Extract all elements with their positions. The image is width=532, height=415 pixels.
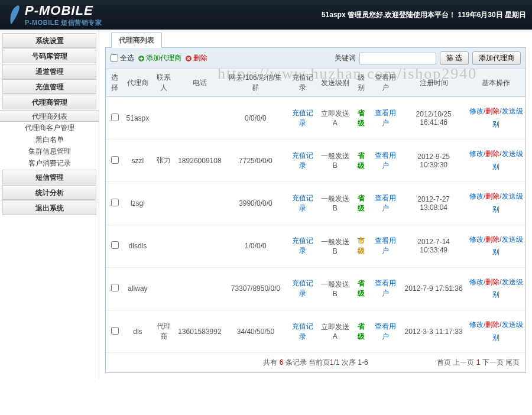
recharge-link[interactable]: 充值记录 bbox=[292, 236, 313, 255]
cell: 修改/删除/发送级别 bbox=[466, 310, 525, 352]
add-agent-label: 添加代理商 bbox=[146, 53, 181, 63]
row-checkbox[interactable] bbox=[111, 199, 119, 206]
delete-link[interactable]: 删除 bbox=[485, 192, 499, 200]
delete-link[interactable]: 删除 bbox=[485, 150, 499, 158]
delete-link[interactable]: 删除 bbox=[485, 235, 499, 244]
modify-link[interactable]: 修改 bbox=[469, 192, 484, 200]
cell: 修改/删除/发送级别 bbox=[466, 140, 525, 182]
cell: 1/0/0/0 bbox=[224, 225, 288, 267]
modify-link[interactable]: 修改 bbox=[469, 278, 484, 286]
cell: lzsgl bbox=[124, 182, 152, 225]
level-badge: 市级 bbox=[358, 236, 365, 255]
cell: 充值记录 bbox=[287, 182, 317, 225]
cell: 修改/删除/发送级别 bbox=[466, 267, 525, 310]
logo: P-MOBILE P-MOBILE 短信营销专家 bbox=[25, 3, 102, 27]
menu-item-4[interactable]: 代理商管理 bbox=[2, 95, 96, 109]
add-agent-button[interactable]: 添加代理商 bbox=[472, 51, 521, 65]
cell: dls bbox=[124, 310, 152, 352]
delete-link[interactable]: 删除 bbox=[485, 320, 499, 329]
agent-table: 选择代理商联系人电话网关/106/彩信/集群充值记录发送级别级别查看用户注册时间… bbox=[106, 69, 525, 353]
pager-prev[interactable]: 上一页 bbox=[453, 358, 474, 367]
cell: 省级 bbox=[352, 182, 370, 225]
level-badge: 省级 bbox=[358, 322, 365, 341]
filter-button[interactable]: 筛 选 bbox=[440, 51, 469, 65]
cell: 查看用户 bbox=[370, 97, 400, 140]
cell: 2012/10/25 16:41:46 bbox=[401, 97, 467, 140]
submenu-item-3[interactable]: 集群信息管理 bbox=[0, 145, 99, 157]
submenu-item-1[interactable]: 代理商客户管理 bbox=[0, 122, 99, 134]
cell: 充值记录 bbox=[287, 310, 317, 352]
delete-label: 删除 bbox=[193, 53, 207, 63]
th-0: 选择 bbox=[106, 69, 124, 97]
menu2-item-1[interactable]: 统计分析 bbox=[2, 185, 96, 200]
modify-link[interactable]: 修改 bbox=[469, 320, 484, 329]
cell: 张力 bbox=[151, 140, 176, 182]
cell: 一般发送B bbox=[318, 267, 352, 310]
pager-summary: 共有 6 条记录 当前页1/1 次序 1-6 bbox=[263, 358, 368, 367]
select-all-input[interactable] bbox=[111, 54, 118, 62]
delete-link[interactable]: 删除 bbox=[185, 53, 207, 63]
cell: 修改/删除/发送级别 bbox=[466, 97, 525, 140]
row-checkbox[interactable] bbox=[111, 284, 119, 291]
header: P-MOBILE P-MOBILE 短信营销专家 51aspx 管理员您好,欢迎… bbox=[0, 0, 532, 30]
pager-first[interactable]: 首页 bbox=[437, 358, 451, 367]
viewuser-link[interactable]: 查看用户 bbox=[375, 109, 396, 127]
viewuser-link[interactable]: 查看用户 bbox=[375, 236, 396, 255]
submenu-item-2[interactable]: 黑白名单 bbox=[0, 134, 99, 145]
level-badge: 省级 bbox=[358, 279, 365, 297]
sidebar: 系统设置号码库管理通道管理充值管理代理商管理 代理商列表代理商客户管理黑白名单集… bbox=[0, 30, 99, 379]
cell: 省级 bbox=[352, 140, 370, 182]
recharge-link[interactable]: 充值记录 bbox=[292, 279, 313, 297]
table-row: 51aspx0/0/0/0充值记录立即发送A省级查看用户2012/10/25 1… bbox=[106, 97, 525, 140]
cell bbox=[151, 225, 176, 267]
cell: 修改/删除/发送级别 bbox=[466, 182, 525, 225]
delete-link[interactable]: 删除 bbox=[485, 278, 499, 286]
recharge-link[interactable]: 充值记录 bbox=[292, 109, 313, 127]
pager-last[interactable]: 尾页 bbox=[505, 358, 520, 367]
delete-icon bbox=[185, 55, 192, 62]
row-checkbox[interactable] bbox=[111, 156, 119, 164]
cell: 7725/0/0/0 bbox=[224, 140, 288, 182]
pager-nav: 首页 上一页 1 下一页 尾页 bbox=[437, 358, 520, 368]
cell: 2012-7-27 13:08:04 bbox=[401, 182, 467, 225]
cell: 2012-9-25 10:39:30 bbox=[401, 140, 467, 182]
menu-item-1[interactable]: 号码库管理 bbox=[2, 48, 96, 63]
viewuser-link[interactable]: 查看用户 bbox=[375, 322, 396, 341]
modify-link[interactable]: 修改 bbox=[469, 107, 484, 115]
th-5: 充值记录 bbox=[287, 69, 317, 97]
keyword-input[interactable] bbox=[359, 53, 436, 64]
delete-link[interactable]: 删除 bbox=[485, 107, 499, 115]
menu-item-3[interactable]: 充值管理 bbox=[2, 79, 96, 94]
cell: 修改/删除/发送级别 bbox=[466, 225, 525, 267]
cell: 省级 bbox=[352, 310, 370, 352]
viewuser-link[interactable]: 查看用户 bbox=[375, 151, 396, 170]
select-all-checkbox[interactable]: 全选 bbox=[111, 53, 134, 63]
level-badge: 省级 bbox=[358, 151, 365, 170]
cell: 查看用户 bbox=[370, 182, 400, 225]
recharge-link[interactable]: 充值记录 bbox=[292, 151, 313, 170]
cell: 2012-3-3 11:17:33 bbox=[401, 310, 467, 352]
row-checkbox[interactable] bbox=[111, 114, 119, 121]
add-icon bbox=[138, 55, 145, 62]
submenu-item-0[interactable]: 代理商列表 bbox=[0, 110, 99, 122]
menu-item-0[interactable]: 系统设置 bbox=[2, 33, 96, 48]
menu-item-2[interactable]: 通道管理 bbox=[2, 64, 96, 79]
cell: 充值记录 bbox=[287, 225, 317, 267]
modify-link[interactable]: 修改 bbox=[469, 235, 484, 244]
submenu-item-4[interactable]: 客户消费记录 bbox=[0, 157, 99, 169]
row-ops: 修改/删除/发送级别 bbox=[469, 105, 523, 131]
pager-next[interactable]: 下一页 bbox=[482, 358, 504, 367]
row-checkbox[interactable] bbox=[111, 327, 119, 335]
menu2-item-0[interactable]: 短信管理 bbox=[2, 170, 96, 184]
menu2-item-2[interactable]: 退出系统 bbox=[2, 200, 96, 215]
row-checkbox[interactable] bbox=[111, 241, 119, 249]
viewuser-link[interactable]: 查看用户 bbox=[375, 279, 396, 297]
add-agent-link[interactable]: 添加代理商 bbox=[138, 53, 181, 63]
cell: 充值记录 bbox=[287, 97, 317, 140]
modify-link[interactable]: 修改 bbox=[469, 150, 484, 158]
recharge-link[interactable]: 充值记录 bbox=[292, 322, 313, 341]
th-1: 代理商 bbox=[124, 69, 152, 97]
recharge-link[interactable]: 充值记录 bbox=[292, 194, 313, 212]
viewuser-link[interactable]: 查看用户 bbox=[375, 194, 396, 212]
cell bbox=[176, 225, 223, 267]
